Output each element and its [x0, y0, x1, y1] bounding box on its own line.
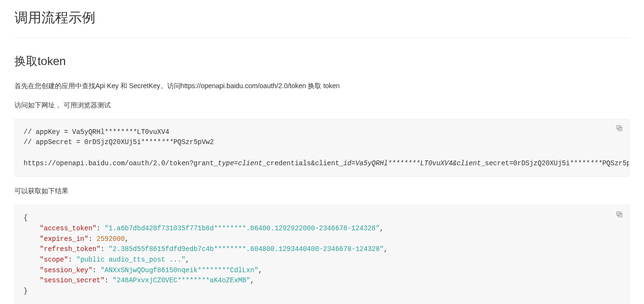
visit-hint: 访问如下网址， 可用浏览器测试	[14, 100, 630, 111]
section-title-token: 换取token	[14, 53, 630, 69]
copy-button[interactable]	[614, 123, 625, 135]
code-block-json: { "access_token": "1.a6b7dbd428f731035f7…	[14, 205, 630, 304]
code-content: // appKey = Va5yQRHl********LT0vuXV4 // …	[24, 127, 620, 169]
page-title: 调用流程示例	[14, 9, 630, 38]
intro-paragraph: 首先在您创建的应用中查找Api Key 和 SecretKey。访问https:…	[14, 80, 630, 92]
code-content: { "access_token": "1.a6b7dbd428f731035f7…	[24, 213, 620, 297]
result-hint: 可以获取如下结果	[14, 185, 630, 197]
copy-icon	[616, 211, 623, 220]
copy-button[interactable]	[614, 209, 625, 221]
code-block-url: // appKey = Va5yQRHl********LT0vuXV4 // …	[14, 119, 630, 177]
copy-icon	[616, 124, 623, 133]
